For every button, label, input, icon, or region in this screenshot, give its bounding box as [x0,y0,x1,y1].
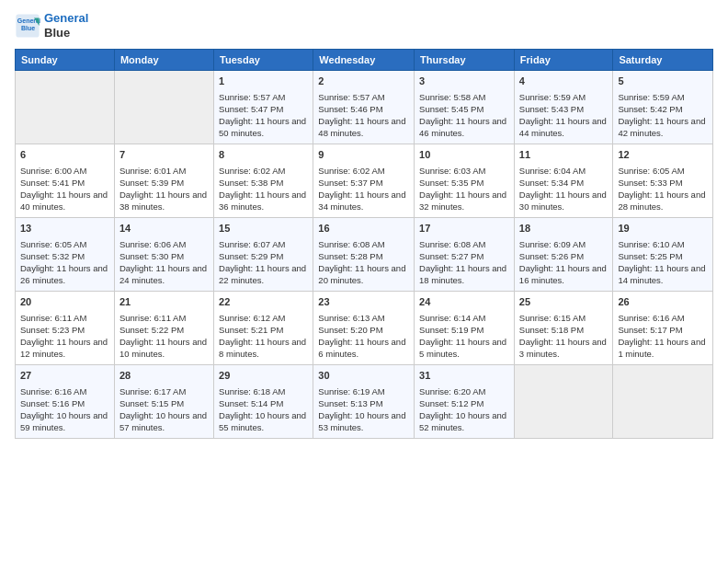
day-number: 19 [618,222,708,236]
day-content: Daylight: 11 hours and 3 minutes. [519,336,609,361]
day-content: Sunrise: 6:14 AM [419,312,509,324]
day-content: Daylight: 11 hours and 40 minutes. [20,189,109,213]
calendar-week-5: 27Sunrise: 6:16 AMSunset: 5:16 PMDayligh… [16,365,713,439]
day-content: Daylight: 11 hours and 14 minutes. [618,262,708,287]
day-number: 9 [318,148,409,162]
day-content: Sunset: 5:12 PM [419,397,509,409]
calendar-cell: 8Sunrise: 6:02 AMSunset: 5:38 PMDaylight… [214,144,313,218]
calendar-body: 1Sunrise: 5:57 AMSunset: 5:47 PMDaylight… [16,71,713,439]
day-content: Sunrise: 5:57 AM [219,91,308,103]
day-content: Sunset: 5:28 PM [318,250,409,262]
weekday-header-row: SundayMondayTuesdayWednesdayThursdayFrid… [16,50,713,71]
logo-blue: Blue [44,26,88,40]
day-number: 17 [419,222,509,236]
day-content: Daylight: 11 hours and 38 minutes. [119,189,209,213]
day-content: Sunset: 5:15 PM [119,397,209,409]
day-content: Sunrise: 6:13 AM [318,312,409,324]
day-content: Sunrise: 6:20 AM [419,385,509,397]
day-content: Sunset: 5:14 PM [219,397,308,409]
day-content: Sunset: 5:16 PM [20,397,109,409]
day-content: Sunset: 5:32 PM [20,250,109,262]
day-content: Sunset: 5:34 PM [519,177,609,189]
day-number: 26 [618,295,708,309]
calendar-cell: 26Sunrise: 6:16 AMSunset: 5:17 PMDayligh… [613,292,713,365]
day-number: 22 [219,295,308,309]
calendar-cell: 9Sunrise: 6:02 AMSunset: 5:37 PMDaylight… [313,144,415,218]
day-content: Sunset: 5:46 PM [318,103,409,115]
day-number: 18 [519,222,609,236]
day-number: 5 [618,75,708,88]
svg-text:Blue: Blue [21,24,35,30]
day-content: Daylight: 11 hours and 10 minutes. [119,336,209,361]
calendar-cell: 19Sunrise: 6:10 AMSunset: 5:25 PMDayligh… [613,218,713,292]
logo: General Blue General Blue [15,11,88,40]
day-content: Daylight: 11 hours and 24 minutes. [119,262,209,287]
day-number: 29 [219,369,308,383]
day-content: Daylight: 11 hours and 42 minutes. [618,115,708,140]
day-number: 28 [119,369,209,383]
day-content: Sunset: 5:33 PM [618,177,708,189]
day-content: Sunset: 5:22 PM [119,324,209,336]
day-content: Daylight: 11 hours and 30 minutes. [519,189,609,213]
day-content: Daylight: 11 hours and 32 minutes. [419,189,509,213]
day-content: Sunrise: 6:02 AM [219,165,308,177]
day-content: Sunrise: 5:59 AM [618,91,708,103]
day-content: Sunrise: 5:58 AM [419,91,509,103]
day-content: Sunrise: 6:06 AM [119,238,209,250]
calendar-week-3: 13Sunrise: 6:05 AMSunset: 5:32 PMDayligh… [16,218,713,292]
day-content: Daylight: 10 hours and 53 minutes. [318,409,409,434]
calendar-cell [16,71,115,144]
day-number: 30 [318,369,409,383]
calendar-cell: 31Sunrise: 6:20 AMSunset: 5:12 PMDayligh… [415,365,515,439]
calendar-cell: 12Sunrise: 6:05 AMSunset: 5:33 PMDayligh… [613,144,713,218]
day-content: Daylight: 11 hours and 16 minutes. [519,262,609,287]
day-content: Daylight: 10 hours and 59 minutes. [20,409,109,434]
day-content: Sunset: 5:29 PM [219,250,308,262]
day-number: 2 [318,75,409,88]
day-content: Sunrise: 6:15 AM [519,312,609,324]
day-number: 7 [119,148,209,162]
calendar-cell: 24Sunrise: 6:14 AMSunset: 5:19 PMDayligh… [415,292,515,365]
day-content: Sunset: 5:27 PM [419,250,509,262]
day-number: 20 [20,295,109,309]
day-content: Daylight: 11 hours and 48 minutes. [318,115,409,140]
day-content: Sunrise: 6:08 AM [419,238,509,250]
weekday-header-tuesday: Tuesday [214,50,313,71]
day-content: Sunset: 5:38 PM [219,177,308,189]
day-number: 13 [20,222,109,236]
day-content: Sunset: 5:26 PM [519,250,609,262]
calendar-cell: 20Sunrise: 6:11 AMSunset: 5:23 PMDayligh… [16,292,115,365]
day-content: Sunset: 5:25 PM [618,250,708,262]
day-content: Daylight: 10 hours and 52 minutes. [419,409,509,434]
day-content: Sunrise: 6:17 AM [119,385,209,397]
day-number: 25 [519,295,609,309]
day-number: 11 [519,148,609,162]
day-content: Sunrise: 6:11 AM [119,312,209,324]
day-content: Daylight: 11 hours and 18 minutes. [419,262,509,287]
day-number: 23 [318,295,409,309]
day-content: Sunset: 5:30 PM [119,250,209,262]
day-content: Sunrise: 6:03 AM [419,165,509,177]
day-content: Daylight: 11 hours and 8 minutes. [219,336,308,361]
calendar-cell: 30Sunrise: 6:19 AMSunset: 5:13 PMDayligh… [313,365,415,439]
calendar-cell: 1Sunrise: 5:57 AMSunset: 5:47 PMDaylight… [214,71,313,144]
calendar-week-4: 20Sunrise: 6:11 AMSunset: 5:23 PMDayligh… [16,292,713,365]
calendar-cell [613,365,713,439]
calendar-week-2: 6Sunrise: 6:00 AMSunset: 5:41 PMDaylight… [16,144,713,218]
calendar-week-1: 1Sunrise: 5:57 AMSunset: 5:47 PMDaylight… [16,71,713,144]
day-content: Sunrise: 5:59 AM [519,91,609,103]
calendar-cell: 14Sunrise: 6:06 AMSunset: 5:30 PMDayligh… [114,218,213,292]
day-content: Sunset: 5:13 PM [318,397,409,409]
day-number: 24 [419,295,509,309]
calendar-cell: 11Sunrise: 6:04 AMSunset: 5:34 PMDayligh… [514,144,613,218]
day-number: 14 [119,222,209,236]
day-content: Sunset: 5:18 PM [519,324,609,336]
day-content: Daylight: 11 hours and 36 minutes. [219,189,308,213]
calendar-cell: 3Sunrise: 5:58 AMSunset: 5:45 PMDaylight… [415,71,515,144]
day-number: 10 [419,148,509,162]
page-container: General Blue General Blue SundayMondayTu… [0,0,728,446]
header: General Blue General Blue [15,11,713,40]
weekday-header-thursday: Thursday [415,50,515,71]
calendar-cell: 29Sunrise: 6:18 AMSunset: 5:14 PMDayligh… [214,365,313,439]
day-content: Sunset: 5:17 PM [618,324,708,336]
